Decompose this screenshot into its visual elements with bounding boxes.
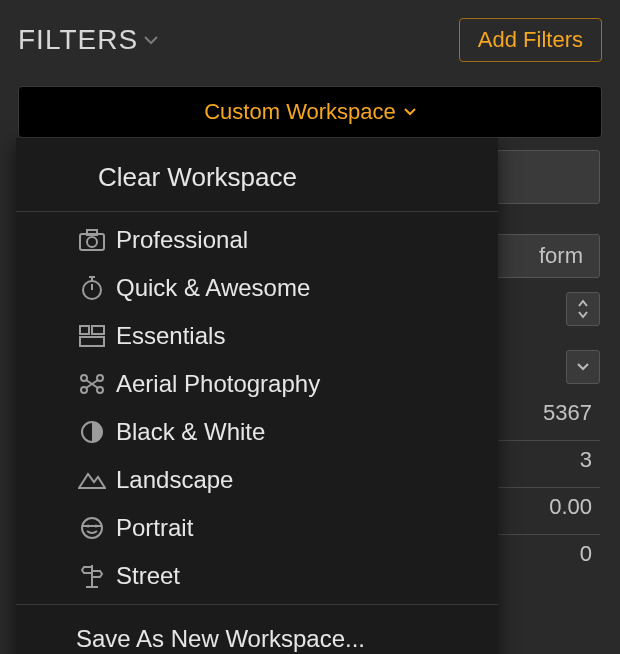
svg-point-1: [87, 237, 97, 247]
workspace-menu: Clear Workspace Professional Quick & Awe…: [16, 138, 498, 654]
layout-icon: [78, 322, 106, 350]
street-sign-icon: [78, 562, 106, 590]
drone-icon: [78, 370, 106, 398]
menu-preset-professional[interactable]: Professional: [16, 216, 498, 264]
menu-preset-portrait[interactable]: Portrait: [16, 504, 498, 552]
menu-item-label: Professional: [116, 226, 248, 254]
half-circle-icon: [78, 418, 106, 446]
menu-preset-quick-awesome[interactable]: Quick & Awesome: [16, 264, 498, 312]
filters-panel: FILTERS Add Filters Custom Workspace: [0, 0, 620, 138]
menu-item-label: Street: [116, 562, 180, 590]
menu-preset-essentials[interactable]: Essentials: [16, 312, 498, 360]
menu-item-label: Aerial Photography: [116, 370, 320, 398]
panel-title: FILTERS: [18, 24, 138, 56]
menu-preset-street[interactable]: Street: [16, 552, 498, 600]
menu-divider: [16, 211, 498, 212]
workspace-dropdown[interactable]: Custom Workspace: [18, 86, 602, 138]
menu-preset-aerial[interactable]: Aerial Photography: [16, 360, 498, 408]
svg-rect-2: [87, 230, 97, 235]
menu-divider: [16, 604, 498, 605]
menu-preset-bw[interactable]: Black & White: [16, 408, 498, 456]
panel-header: FILTERS Add Filters: [18, 0, 602, 70]
menu-item-label: Portrait: [116, 514, 193, 542]
menu-clear-workspace[interactable]: Clear Workspace: [16, 148, 498, 207]
svg-point-17: [82, 518, 102, 538]
face-icon: [78, 514, 106, 542]
chevron-down-icon: [404, 108, 416, 116]
svg-rect-8: [92, 326, 104, 334]
menu-item-label: Landscape: [116, 466, 233, 494]
svg-rect-9: [80, 337, 104, 346]
menu-item-label: Quick & Awesome: [116, 274, 310, 302]
menu-preset-landscape[interactable]: Landscape: [16, 456, 498, 504]
bg-stepper-down-icon[interactable]: [566, 350, 600, 384]
camera-icon: [78, 226, 106, 254]
menu-item-label: Black & White: [116, 418, 265, 446]
panel-collapse-chevron-icon[interactable]: [144, 35, 158, 45]
add-filters-button[interactable]: Add Filters: [459, 18, 602, 62]
svg-rect-7: [80, 326, 89, 334]
bg-stepper-updown-icon[interactable]: [566, 292, 600, 326]
menu-item-label: Essentials: [116, 322, 225, 350]
menu-save-as-workspace[interactable]: Save As New Workspace...: [16, 609, 498, 654]
stopwatch-icon: [78, 274, 106, 302]
mountain-icon: [78, 466, 106, 494]
workspace-dropdown-label: Custom Workspace: [204, 99, 396, 125]
